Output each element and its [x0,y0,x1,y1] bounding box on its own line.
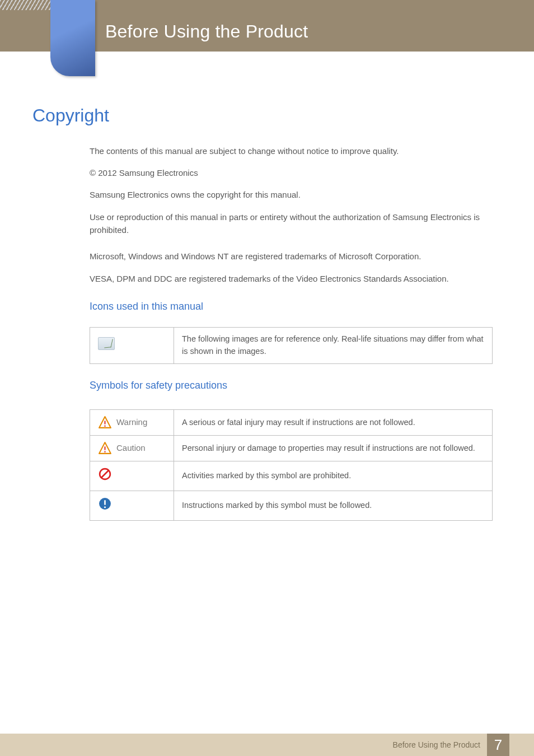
symbols-subheading: Symbols for safety precautions [90,380,227,391]
chapter-tab [50,0,95,76]
copyright-heading: Copyright [32,105,109,126]
icons-desc-cell: The following images are for reference o… [174,328,493,364]
warning-label: Warning [116,416,147,429]
must-follow-icon [98,497,112,511]
copyright-p2: © 2012 Samsung Electronics [90,166,493,179]
prohibited-symbol-cell [90,461,174,491]
copyright-p1: The contents of this manual are subject … [90,144,493,157]
warning-triangle-icon [98,416,112,430]
icons-symbol-cell [90,328,174,364]
svg-line-5 [101,470,109,478]
copyright-p6: VESA, DPM and DDC are registered tradema… [90,272,493,285]
caution-desc: Personal injury or damage to properties … [174,436,493,461]
svg-point-3 [104,451,106,453]
table-row: Instructions marked by this symbol must … [90,491,493,520]
table-row: Caution Personal injury or damage to pro… [90,436,493,461]
warning-desc: A serious or fatal injury may result if … [174,410,493,436]
icons-table: The following images are for reference o… [90,327,493,364]
copyright-p4: Use or reproduction of this manual in pa… [90,211,493,237]
table-row: Activities marked by this symbol are pro… [90,461,493,491]
mustfollow-desc: Instructions marked by this symbol must … [174,491,493,520]
caution-symbol-cell: Caution [90,436,174,461]
table-row: Warning A serious or fatal injury may re… [90,410,493,436]
prohibited-desc: Activities marked by this symbol are pro… [174,461,493,491]
note-icon [98,337,115,350]
caution-label: Caution [116,442,146,455]
symbols-table: Warning A serious or fatal injury may re… [90,409,493,521]
svg-point-1 [104,426,106,427]
icons-subheading: Icons used in this manual [90,301,203,312]
copyright-p5: Microsoft, Windows and Windows NT are re… [90,250,493,263]
warning-symbol-cell: Warning [90,410,174,436]
footer-text: Before Using the Product [393,740,480,749]
page-title: Before Using the Product [105,21,308,42]
table-row: The following images are for reference o… [90,328,493,364]
footer-page-number: 7 [487,734,509,756]
mustfollow-symbol-cell [90,491,174,520]
caution-triangle-icon [98,441,112,455]
prohibited-icon [98,467,112,481]
svg-point-8 [104,506,106,508]
copyright-p3: Samsung Electronics owns the copyright f… [90,188,493,201]
footer-bar: Before Using the Product 7 [0,734,534,756]
